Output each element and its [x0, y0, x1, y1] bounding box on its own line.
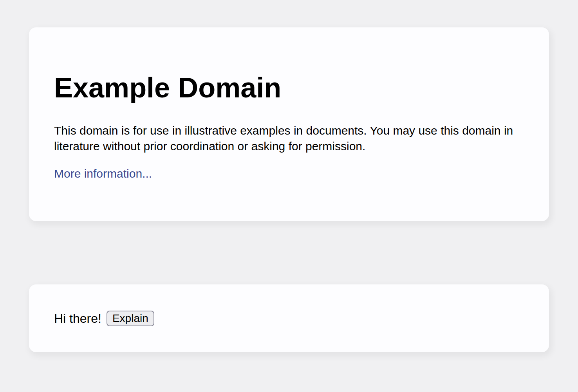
- page-title: Example Domain: [54, 71, 524, 104]
- greeting-text: Hi there!: [54, 311, 101, 326]
- greeting-widget-card: Hi there! Explain: [29, 284, 549, 352]
- more-information-link[interactable]: More information...: [54, 167, 152, 180]
- example-domain-card: Example Domain This domain is for use in…: [29, 27, 549, 221]
- explain-button[interactable]: Explain: [107, 311, 154, 326]
- domain-description-text: This domain is for use in illustrative e…: [54, 123, 524, 154]
- more-information-row: More information...: [54, 166, 524, 182]
